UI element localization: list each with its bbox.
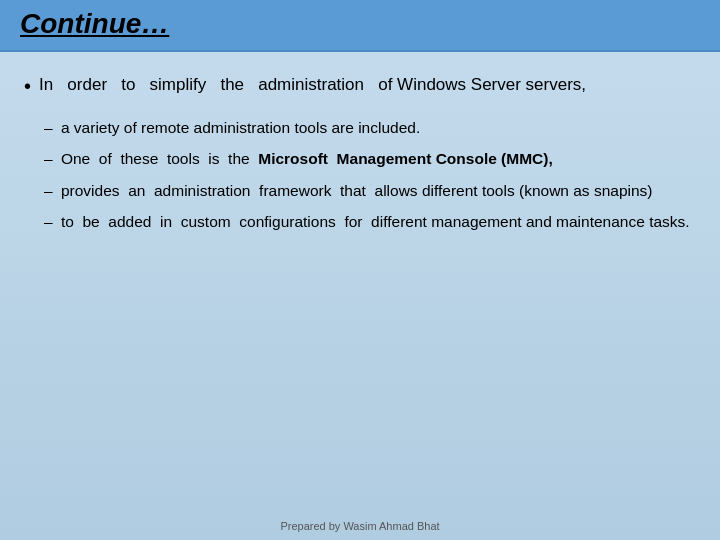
sub-bullet-1-text: a variety of remote administration tools…: [61, 119, 420, 136]
sub-bullet-1: – a variety of remote administration too…: [44, 116, 696, 139]
dash-4: –: [44, 213, 53, 230]
slide-title: Continue…: [20, 8, 169, 39]
main-bullet: • In order to simplify the administratio…: [24, 72, 696, 100]
sub-bullets-container: – a variety of remote administration too…: [24, 116, 696, 233]
sub-bullet-2-text: One of these tools is the Microsoft Mana…: [61, 150, 553, 167]
footer-text: Prepared by Wasim Ahmad Bhat: [280, 520, 439, 532]
dash-3: –: [44, 182, 53, 199]
sub-bullet-4: – to be added in custom configurations f…: [44, 210, 696, 233]
sub-bullet-2: – One of these tools is the Microsoft Ma…: [44, 147, 696, 170]
main-bullet-text: In order to simplify the administration …: [39, 72, 586, 98]
dash-2: –: [44, 150, 53, 167]
bold-mmc: Microsoft Management Console (MMC),: [258, 150, 553, 167]
sub-bullet-4-text: to be added in custom configurations for…: [61, 213, 690, 230]
sub-bullet-3-text: provides an administration framework tha…: [61, 182, 653, 199]
sub-bullet-3: – provides an administration framework t…: [44, 179, 696, 202]
bullet-symbol: •: [24, 72, 31, 100]
content-area: • In order to simplify the administratio…: [0, 52, 720, 512]
title-bar: Continue…: [0, 0, 720, 52]
footer: Prepared by Wasim Ahmad Bhat: [0, 512, 720, 540]
dash-1: –: [44, 119, 53, 136]
slide-container: Continue… • In order to simplify the adm…: [0, 0, 720, 540]
